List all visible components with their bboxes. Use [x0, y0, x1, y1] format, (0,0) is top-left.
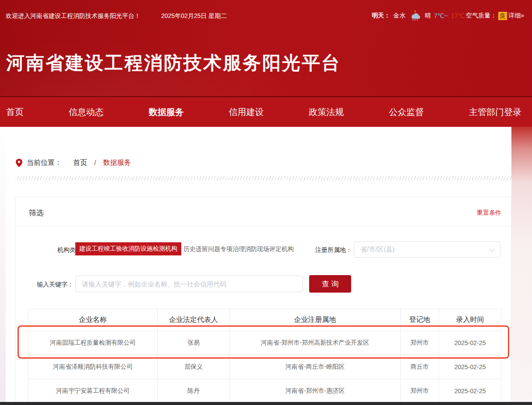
breadcrumb-separator: /	[94, 159, 96, 167]
cell-entry-date: 2025-02-25	[439, 379, 501, 403]
top-banner: 欢迎进入河南省建设工程消防技术服务阳光平台！ 2025年02月25日 星期二 明…	[0, 0, 532, 96]
weather-condition: 晴	[425, 12, 431, 20]
air-quality-label: 空气质量：	[466, 12, 497, 20]
region-select[interactable]: 省/市/区(县)	[354, 241, 500, 258]
region-select-placeholder: 省/市/区(县)	[360, 245, 395, 254]
nav-item-policy[interactable]: 政策法规	[309, 106, 344, 118]
col-company-name: 企业名称	[28, 309, 158, 331]
col-entry-date: 录入时间	[439, 309, 501, 331]
weather-detail-link[interactable]: 详细»	[508, 12, 524, 20]
filter-card: 筛选 重置条件 机构类别： 建设工程竣工验收消防设施检测机构 历史遗留问题专项治…	[15, 197, 511, 405]
cell-registration-place: 郑州市	[401, 331, 439, 355]
temp-low: 7℃~	[434, 12, 448, 19]
background-gradient-left	[0, 127, 6, 405]
topbar: 欢迎进入河南省建设工程消防技术服务阳光平台！ 2025年02月25日 星期二 明…	[0, 0, 532, 25]
bottom-edge-bar	[0, 402, 532, 405]
air-quality-badge: 良	[498, 12, 507, 20]
breadcrumb-label: 当前位置：	[27, 158, 62, 168]
background-gradient-right	[511, 127, 532, 405]
main-nav: 首页 信息动态 数据服务 信用建设 政策法规 公众监督 主管部门登录	[0, 96, 532, 127]
cloud-icon	[409, 10, 422, 21]
cell-registration-place: 商丘市	[401, 355, 439, 379]
category-option-unselected[interactable]: 历史遗留问题专项治理消防现场评定机构	[183, 245, 294, 253]
cell-entry-date: 2025-02-25	[439, 355, 501, 379]
cell-registered-location: 河南省-商丘市-睢阳区	[230, 355, 401, 379]
cell-registered-location: 河南省-郑州市-惠济区	[230, 379, 401, 403]
date-text: 2025年02月25日 星期二	[161, 12, 227, 20]
cell-company-name: 河南省泽顺消防科技有限公司	[28, 355, 158, 379]
cell-company-name: 河南宇宁安装工程有限公司	[28, 379, 158, 403]
cell-entry-date: 2025-02-25	[439, 331, 501, 355]
category-option-selected[interactable]: 建设工程竣工验收消防设施检测机构	[75, 242, 181, 255]
keyword-label: 输入关键字：	[25, 281, 74, 289]
reset-filters-link[interactable]: 重置条件	[477, 209, 501, 217]
col-legal-representative: 企业法定代表人	[158, 309, 230, 331]
weather-widget: 明天： 金水 晴 7℃~ 17℃ 空气质量： 良 详细»	[372, 10, 524, 21]
search-button[interactable]: 查 询	[309, 275, 351, 293]
keyword-input[interactable]	[75, 276, 303, 292]
cell-registered-location: 河南省-郑州市-郑州高新技术产业开发区	[230, 331, 401, 355]
filter-card-header: 筛选 重置条件	[16, 197, 511, 227]
results-table: 企业名称 企业法定代表人 企业注册属地 登记地 录入时间 河南固瑞工程质量检测有…	[28, 309, 501, 403]
table-row[interactable]: 河南省泽顺消防科技有限公司 屈保义 河南省-商丘市-睢阳区 商丘市 2025-0…	[28, 355, 501, 379]
temp-high: 17℃	[451, 12, 465, 19]
cell-legal-representative: 陈丹	[158, 379, 230, 403]
cell-registration-place: 郑州市	[401, 379, 439, 403]
weather-city: 金水	[393, 12, 405, 20]
table-row[interactable]: 河南固瑞工程质量检测有限公司 张易 河南省-郑州市-郑州高新技术产业开发区 郑州…	[28, 331, 501, 355]
page: 欢迎进入河南省建设工程消防技术服务阳光平台！ 2025年02月25日 星期二 明…	[0, 0, 532, 405]
chevron-down-icon	[490, 247, 494, 251]
cell-legal-representative: 屈保义	[158, 355, 230, 379]
breadcrumb-current: 数据服务	[103, 158, 131, 168]
cell-legal-representative: 张易	[158, 331, 230, 355]
location-pin-icon	[16, 159, 22, 168]
table-header-row: 企业名称 企业法定代表人 企业注册属地 登记地 录入时间	[28, 309, 501, 331]
table-row[interactable]: 河南宇宁安装工程有限公司 陈丹 河南省-郑州市-惠济区 郑州市 2025-02-…	[28, 379, 501, 403]
region-label: 注册所属地：	[308, 246, 352, 254]
col-registration-place: 登记地	[401, 309, 439, 331]
nav-item-supervision[interactable]: 公众监督	[389, 106, 424, 118]
filter-title: 筛选	[29, 208, 44, 218]
nav-item-admin-login[interactable]: 主管部门登录	[469, 106, 521, 118]
site-title: 河南省建设工程消防技术服务阳光平台	[6, 51, 341, 75]
nav-item-data-service[interactable]: 数据服务	[149, 106, 184, 118]
weather-tomorrow-label: 明天：	[372, 12, 390, 20]
welcome-text: 欢迎进入河南省建设工程消防技术服务阳光平台！	[6, 12, 141, 20]
nav-item-credit[interactable]: 信用建设	[229, 106, 264, 118]
nav-item-home[interactable]: 首页	[6, 106, 24, 118]
cell-company-name: 河南固瑞工程质量检测有限公司	[28, 331, 158, 355]
breadcrumb: 当前位置： 首页 / 数据服务	[16, 158, 131, 168]
slash-divider	[15, 176, 511, 180]
col-registered-location: 企业注册属地	[230, 309, 401, 331]
nav-item-news[interactable]: 信息动态	[69, 106, 104, 118]
breadcrumb-home-link[interactable]: 首页	[73, 158, 87, 168]
